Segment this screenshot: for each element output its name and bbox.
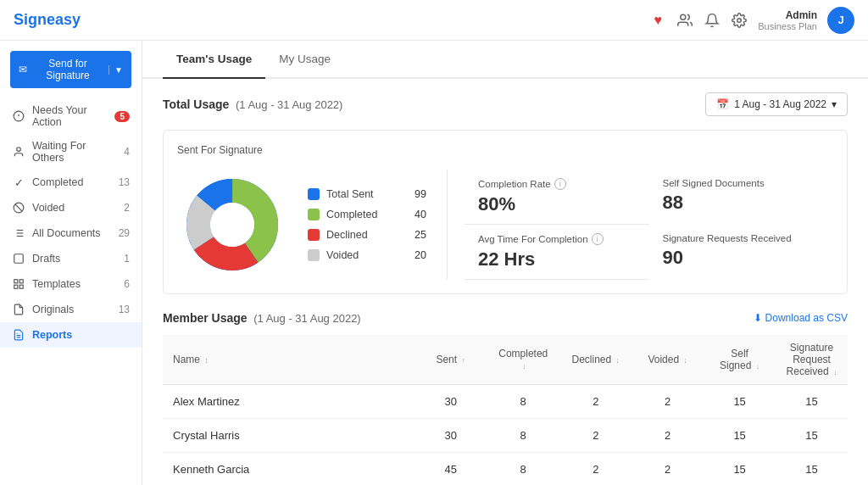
cell-voided-alex: 2: [632, 385, 704, 419]
avg-time-info-icon[interactable]: i: [592, 233, 604, 245]
sidebar-item-needs-action[interactable]: Needs Your Action 5: [0, 98, 142, 134]
cell-self-signed-alex: 15: [704, 385, 776, 419]
legend-item-completed: Completed 40: [308, 209, 426, 220]
drafts-count: 1: [124, 253, 130, 265]
cell-name-kenneth: Kenneth Garcia: [163, 453, 415, 486]
sidebar-item-waiting[interactable]: Waiting For Others 4: [0, 134, 142, 170]
col-header-completed[interactable]: Completed ↓: [487, 335, 559, 385]
col-header-sig-received[interactable]: Signature Request Received ↓: [776, 335, 848, 385]
cell-sent-kenneth: 45: [415, 453, 487, 486]
sidebar-item-templates[interactable]: Templates 6: [0, 271, 142, 297]
sort-declined-icon: ↓: [616, 356, 620, 365]
stats-cards: Completion Rate i 80% Self Signed Docume…: [447, 170, 833, 280]
download-label: Download as CSV: [765, 312, 848, 324]
download-icon: ⬇: [754, 312, 762, 324]
stat-value-self-signed: 88: [663, 192, 821, 214]
sidebar-item-completed[interactable]: ✓ Completed 13: [0, 170, 142, 195]
stat-sig-requests: Signature Requests Received 90: [649, 225, 834, 280]
cell-completed-alex: 8: [487, 385, 559, 419]
col-header-declined[interactable]: Declined ↓: [559, 335, 632, 385]
sidebar-item-reports[interactable]: Reports: [0, 322, 142, 348]
download-csv-button[interactable]: ⬇ Download as CSV: [754, 312, 848, 324]
sort-sig-received-icon: ↓: [833, 368, 837, 376]
legend-label-declined: Declined: [326, 229, 394, 241]
chart-row: Total Sent 99 Completed 40 Declined 25: [177, 170, 833, 280]
cell-declined-alex: 2: [559, 385, 632, 419]
reports-icon: [12, 328, 25, 342]
total-usage-date: (1 Aug - 31 Aug 2022): [236, 98, 342, 111]
sidebar-label-templates: Templates: [32, 278, 81, 290]
member-usage-title-group: Member Usage (1 Aug - 31 Aug 2022): [163, 311, 361, 325]
completion-rate-info-icon[interactable]: i: [554, 178, 566, 190]
sidebar-item-voided[interactable]: Voided 2: [0, 195, 142, 220]
needs-action-badge: 5: [114, 111, 130, 122]
bell-icon[interactable]: [704, 12, 721, 29]
col-header-name[interactable]: Name ↕: [163, 335, 415, 385]
sidebar-item-originals[interactable]: Originals 13: [0, 297, 142, 322]
app-header: Signeasy ♥ Admin Business Plan J: [0, 0, 868, 41]
stat-label-sig-requests: Signature Requests Received: [663, 233, 821, 243]
sidebar-item-drafts[interactable]: Drafts 1: [0, 246, 142, 271]
settings-icon[interactable]: [731, 12, 748, 29]
originals-icon: [12, 303, 25, 316]
main-layout: ✉ Send for Signature ▼ Needs Your Action…: [0, 41, 868, 485]
col-header-sent[interactable]: Sent ↑: [415, 335, 487, 385]
user-info: Admin Business Plan: [758, 9, 817, 31]
user-plan: Business Plan: [758, 21, 817, 31]
stat-label-completion-rate: Completion Rate i: [478, 178, 636, 190]
legend-value-completed: 40: [401, 209, 426, 220]
cell-declined-crystal: 2: [559, 419, 632, 453]
col-header-self-signed[interactable]: Self Signed ↓: [704, 335, 776, 385]
cell-completed-crystal: 8: [487, 419, 559, 453]
legend-color-completed: [308, 209, 320, 220]
header-right: ♥ Admin Business Plan J: [649, 7, 854, 34]
legend-value-declined: 25: [401, 229, 426, 241]
table-row: Crystal Harris 30 8 2 2 15 15: [163, 419, 848, 453]
sidebar-label-originals: Originals: [32, 304, 74, 315]
legend-label-voided: Voided: [326, 249, 394, 261]
send-signature-button[interactable]: ✉ Send for Signature ▼: [10, 51, 131, 88]
sidebar-item-all-docs[interactable]: All Documents 29: [0, 220, 142, 246]
send-btn-dropdown-arrow[interactable]: ▼: [108, 65, 123, 75]
legend-item-declined: Declined 25: [308, 229, 426, 241]
stat-value-avg-time: 22 Hrs: [478, 248, 636, 270]
calendar-icon: 📅: [716, 98, 729, 110]
cell-voided-crystal: 2: [632, 419, 704, 453]
date-picker-chevron: ▾: [832, 98, 837, 110]
cell-sent-alex: 30: [415, 385, 487, 419]
date-picker-button[interactable]: 📅 1 Aug - 31 Aug 2022 ▾: [705, 92, 848, 116]
cell-name-crystal: Crystal Harris: [163, 419, 415, 453]
svg-point-0: [681, 14, 686, 20]
sidebar-label-completed: Completed: [32, 176, 83, 188]
cell-self-signed-kenneth: 15: [704, 453, 776, 486]
team-icon[interactable]: [676, 12, 693, 29]
donut-chart: [177, 170, 287, 280]
waiting-count: 4: [124, 146, 130, 158]
voided-icon: [12, 201, 25, 215]
legend-item-total: Total Sent 99: [308, 188, 426, 200]
cell-completed-kenneth: 8: [487, 453, 559, 486]
cell-self-signed-crystal: 15: [704, 419, 776, 453]
heart-icon[interactable]: ♥: [649, 12, 666, 29]
tab-team-usage[interactable]: Team's Usage: [163, 41, 265, 79]
user-name: Admin: [758, 9, 817, 21]
stat-self-signed: Self Signed Documents 88: [649, 170, 834, 225]
user-avatar[interactable]: J: [827, 7, 854, 34]
svg-rect-16: [19, 280, 23, 283]
sidebar-label-voided: Voided: [32, 202, 64, 214]
tab-my-usage[interactable]: My Usage: [265, 41, 344, 79]
needs-action-icon: [12, 109, 25, 123]
sent-for-signature-label: Sent For Signature: [177, 144, 833, 156]
member-usage-table: Name ↕ Sent ↑ Completed ↓ Declined ↓: [163, 335, 848, 485]
send-icon: ✉: [19, 64, 27, 75]
stat-value-sig-requests: 90: [663, 247, 821, 269]
col-header-voided[interactable]: Voided ↓: [632, 335, 704, 385]
sidebar-label-all-docs: All Documents: [32, 227, 101, 239]
legend-item-voided: Voided 20: [308, 249, 426, 261]
table-row: Kenneth Garcia 45 8 2 2 15 15: [163, 453, 848, 486]
date-picker-label: 1 Aug - 31 Aug 2022: [734, 98, 826, 110]
total-usage-label: Total Usage: [163, 98, 229, 111]
send-btn-label: Send for Signature: [32, 58, 103, 81]
cell-declined-kenneth: 2: [559, 453, 632, 486]
sidebar-label-needs-action: Needs Your Action: [32, 104, 108, 128]
